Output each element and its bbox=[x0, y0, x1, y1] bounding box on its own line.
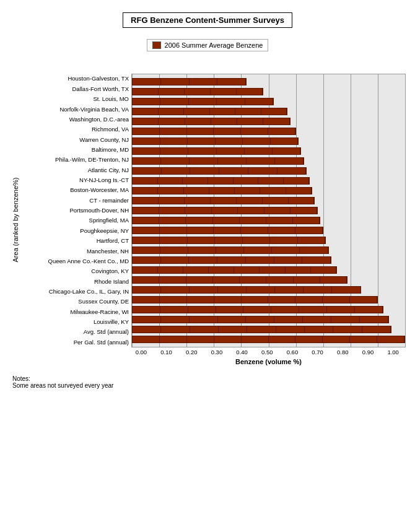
bar bbox=[132, 78, 247, 85]
x-tick: 0.00 bbox=[129, 349, 154, 355]
x-tick: 1.00 bbox=[380, 349, 406, 355]
bar bbox=[132, 296, 378, 303]
bar-label: NY-NJ-Long Is.-CT bbox=[23, 175, 129, 185]
bar-row bbox=[132, 225, 405, 235]
bar-row bbox=[132, 275, 405, 285]
bar-row bbox=[132, 107, 405, 116]
bar-row bbox=[132, 216, 405, 225]
bar bbox=[132, 167, 307, 175]
y-axis-label-container: Area (ranked by benzene%) bbox=[9, 74, 22, 365]
bar-row bbox=[132, 97, 405, 107]
x-tick: 0.30 bbox=[204, 349, 230, 355]
grid-line bbox=[405, 74, 406, 347]
bar bbox=[132, 256, 331, 264]
bar-row bbox=[132, 176, 405, 186]
bar bbox=[132, 187, 312, 194]
bar-label: Rhode Island bbox=[23, 276, 129, 286]
x-tick: 0.20 bbox=[179, 349, 204, 355]
bar bbox=[132, 197, 315, 204]
bar-row bbox=[132, 186, 405, 196]
bar-label: Chicago-Lake Co., IL, Gary, IN bbox=[23, 287, 129, 297]
bar bbox=[132, 118, 290, 125]
bar bbox=[132, 177, 310, 185]
bar-row bbox=[132, 156, 405, 166]
bar-label: Baltimore, MD bbox=[23, 145, 129, 155]
y-axis-label: Area (ranked by benzene%) bbox=[12, 177, 19, 262]
bar bbox=[132, 326, 391, 333]
bar bbox=[132, 237, 326, 244]
bar-label: Dallas-Fort Worth, TX bbox=[23, 84, 129, 94]
bar-label: Louisville, KY bbox=[23, 317, 129, 327]
bar bbox=[132, 88, 263, 95]
bar-label: Washington, D.C.-area bbox=[23, 115, 129, 124]
bar-row bbox=[132, 196, 405, 206]
bar-row bbox=[132, 295, 405, 305]
bar-label: Boston-Worcester, MA bbox=[23, 185, 129, 195]
bar-label: Atlantic City, NJ bbox=[23, 165, 129, 175]
bars-and-yaxis: Houston-Galveston, TXDallas-Fort Worth, … bbox=[23, 74, 406, 347]
bar-label: Phila.-Wilm, DE-Trenton, NJ bbox=[23, 155, 129, 165]
x-tick: 0.50 bbox=[255, 349, 280, 355]
bar-row bbox=[132, 116, 405, 126]
bar bbox=[132, 246, 329, 254]
bar-label: Milwaukee-Racine, WI bbox=[23, 307, 129, 316]
bar bbox=[132, 217, 320, 224]
chart: Area (ranked by benzene%) Houston-Galves… bbox=[6, 74, 409, 365]
x-tick: 0.40 bbox=[229, 349, 255, 355]
bar bbox=[132, 147, 301, 155]
bar-row bbox=[132, 245, 405, 255]
bar-label: Poughkeepsie, NY bbox=[23, 226, 129, 236]
bar-row bbox=[132, 334, 405, 344]
legend-swatch bbox=[152, 41, 161, 49]
x-axis: 0.000.100.200.300.400.500.600.700.800.90… bbox=[131, 347, 406, 355]
bar-row bbox=[132, 315, 405, 325]
bars-container bbox=[131, 74, 406, 347]
bar-row bbox=[132, 77, 405, 87]
legend: 2006 Summer Average Benzene bbox=[147, 39, 269, 51]
bar bbox=[132, 157, 304, 165]
bar-labels: Houston-Galveston, TXDallas-Fort Worth, … bbox=[23, 74, 131, 347]
bar-row bbox=[132, 136, 405, 146]
bar bbox=[132, 137, 299, 145]
bar bbox=[132, 128, 296, 135]
bar bbox=[132, 286, 361, 294]
bar-label: Houston-Galveston, TX bbox=[23, 74, 129, 84]
bar-label: St. Louis, MO bbox=[23, 94, 129, 104]
x-tick: 0.70 bbox=[305, 349, 330, 355]
bar bbox=[132, 336, 405, 343]
bar-label: Avg. Std (annual) bbox=[23, 327, 129, 337]
bar-label: Queen Anne Co.-Kent Co., MD bbox=[23, 256, 129, 266]
chart-main: Houston-Galveston, TXDallas-Fort Worth, … bbox=[23, 74, 406, 365]
bar bbox=[132, 316, 389, 323]
bar bbox=[132, 207, 318, 214]
notes-line1: Notes: bbox=[12, 375, 409, 382]
bar-row bbox=[132, 265, 405, 275]
bar-row bbox=[132, 325, 405, 334]
x-tick: 0.80 bbox=[330, 349, 356, 355]
bar-row bbox=[132, 126, 405, 136]
bar-row bbox=[132, 146, 405, 156]
bar-label: Manchester, NH bbox=[23, 246, 129, 256]
bar-row bbox=[132, 285, 405, 295]
bar-row bbox=[132, 206, 405, 216]
bar bbox=[132, 266, 337, 274]
bar-row bbox=[132, 235, 405, 245]
bar bbox=[132, 108, 287, 115]
x-tick: 0.10 bbox=[154, 349, 179, 355]
bar-label: Springfield, MA bbox=[23, 216, 129, 225]
bar-label: Covington, KY bbox=[23, 266, 129, 276]
bar-label: Hartford, CT bbox=[23, 236, 129, 246]
x-tick: 0.60 bbox=[280, 349, 305, 355]
bar-row bbox=[132, 305, 405, 315]
bar bbox=[132, 227, 323, 234]
bar-row bbox=[132, 87, 405, 97]
bar-label: Warren County, NJ bbox=[23, 134, 129, 144]
bar-row bbox=[132, 255, 405, 265]
bar-label: Sussex County, DE bbox=[23, 297, 129, 307]
bar-label: Per Gal. Std (annual) bbox=[23, 338, 129, 347]
page-title: RFG Benzene Content-Summer Surveys bbox=[123, 12, 292, 28]
x-tick: 0.90 bbox=[356, 349, 381, 355]
bar-label: CT - remainder bbox=[23, 195, 129, 205]
bar-row bbox=[132, 166, 405, 176]
x-axis-label: Benzene (volume %) bbox=[131, 358, 406, 365]
